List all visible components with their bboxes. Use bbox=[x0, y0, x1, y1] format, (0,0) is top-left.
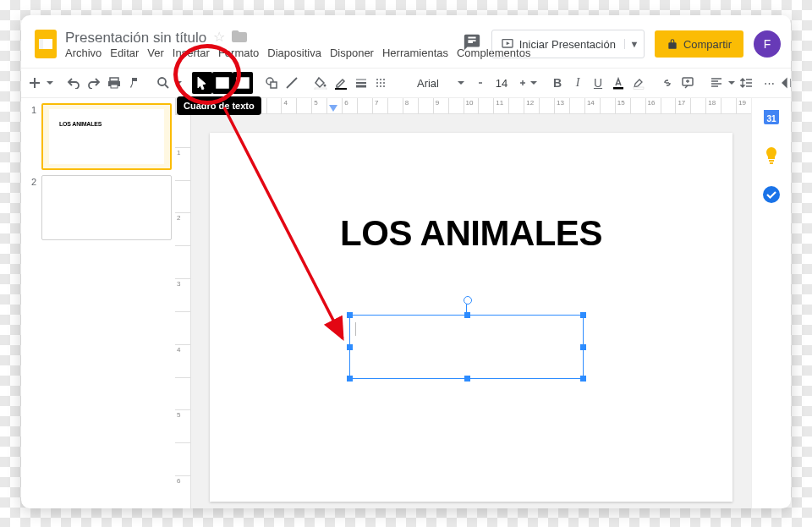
text-box-button[interactable] bbox=[212, 72, 233, 94]
svg-rect-4 bbox=[110, 78, 118, 81]
present-icon bbox=[501, 37, 514, 51]
present-dropdown-icon[interactable]: ▼ bbox=[624, 39, 644, 49]
align-dropdown-icon[interactable] bbox=[727, 72, 737, 94]
svg-rect-15 bbox=[335, 88, 347, 90]
slide-thumbnail-1[interactable]: 1 LOS ANIMALES bbox=[28, 103, 172, 170]
fill-color-button[interactable] bbox=[310, 72, 331, 94]
new-slide-dropdown-icon[interactable] bbox=[45, 72, 55, 94]
lock-icon bbox=[667, 38, 678, 50]
tasks-icon[interactable] bbox=[761, 184, 782, 205]
toolbar: Arial 14 B I U bbox=[21, 68, 791, 98]
svg-rect-9 bbox=[237, 78, 249, 88]
svg-rect-14 bbox=[315, 88, 326, 90]
present-label: Iniciar Presentación bbox=[519, 38, 616, 51]
decrease-font-button[interactable] bbox=[475, 72, 486, 94]
app-logo-icon[interactable] bbox=[30, 28, 62, 60]
svg-rect-22 bbox=[769, 160, 774, 162]
share-label: Compartir bbox=[683, 38, 732, 51]
text-color-button[interactable] bbox=[608, 72, 628, 94]
svg-rect-17 bbox=[634, 87, 644, 90]
text-box-tooltip: Cuadro de texto bbox=[177, 96, 261, 115]
zoom-button[interactable] bbox=[153, 72, 173, 94]
side-panel-rail: 31 bbox=[751, 98, 791, 508]
slide-canvas[interactable]: LOS ANIMALES bbox=[210, 133, 732, 502]
svg-rect-12 bbox=[271, 82, 277, 88]
new-slide-button[interactable] bbox=[25, 72, 45, 94]
app-window: Presentación sin título ☆ Archivo Editar… bbox=[21, 15, 791, 508]
menu-archivo[interactable]: Archivo bbox=[65, 47, 102, 58]
svg-point-24 bbox=[763, 186, 780, 203]
font-size-input[interactable]: 14 bbox=[486, 77, 517, 90]
selected-text-box[interactable] bbox=[349, 315, 584, 379]
resize-handle-tm[interactable] bbox=[464, 312, 470, 318]
svg-rect-16 bbox=[613, 87, 623, 90]
filmstrip: 1 LOS ANIMALES 2 bbox=[21, 98, 175, 508]
menubar: Archivo Editar Ver Insertar Formato Diap… bbox=[65, 47, 463, 58]
folder-icon[interactable] bbox=[232, 30, 247, 45]
slide-title-text[interactable]: LOS ANIMALES bbox=[210, 213, 732, 254]
resize-handle-br[interactable] bbox=[580, 376, 586, 382]
menu-disponer[interactable]: Disponer bbox=[330, 47, 374, 58]
undo-button[interactable] bbox=[63, 72, 84, 94]
svg-rect-2 bbox=[39, 39, 43, 49]
font-name-select[interactable]: Arial bbox=[400, 77, 456, 90]
menu-diapositiva[interactable]: Diapositiva bbox=[267, 47, 321, 58]
border-weight-button[interactable] bbox=[351, 72, 371, 94]
rotate-handle[interactable] bbox=[464, 296, 472, 305]
link-button[interactable] bbox=[657, 72, 678, 94]
increase-font-button[interactable] bbox=[517, 72, 529, 94]
shape-button[interactable] bbox=[261, 72, 282, 94]
svg-point-13 bbox=[324, 85, 326, 87]
slide-thumbnail-2[interactable]: 2 bbox=[28, 175, 172, 240]
star-icon[interactable]: ☆ bbox=[213, 30, 225, 44]
horizontal-ruler[interactable]: 12345678910111213141516171819 bbox=[175, 98, 751, 114]
image-button[interactable] bbox=[233, 72, 253, 94]
account-avatar[interactable]: F bbox=[754, 30, 781, 58]
border-color-button[interactable] bbox=[331, 72, 351, 94]
svg-point-10 bbox=[239, 80, 242, 83]
doc-title[interactable]: Presentación sin título bbox=[65, 30, 206, 45]
italic-button[interactable]: I bbox=[568, 72, 588, 94]
resize-handle-mr[interactable] bbox=[580, 344, 586, 350]
resize-handle-bm[interactable] bbox=[464, 376, 470, 382]
line-button[interactable] bbox=[282, 72, 302, 94]
zoom-dropdown-icon[interactable] bbox=[173, 72, 184, 94]
text-cursor bbox=[355, 322, 356, 336]
resize-handle-bl[interactable] bbox=[347, 376, 353, 382]
add-comment-button[interactable] bbox=[678, 72, 698, 94]
collapse-sidebar-icon[interactable] bbox=[781, 72, 791, 94]
keep-icon[interactable] bbox=[761, 145, 782, 166]
svg-text:31: 31 bbox=[766, 114, 776, 124]
title-row: Presentación sin título ☆ bbox=[65, 30, 463, 45]
menu-herramientas[interactable]: Herramientas bbox=[382, 47, 448, 58]
resize-handle-tl[interactable] bbox=[347, 312, 353, 318]
share-button[interactable]: Compartir bbox=[655, 30, 743, 58]
redo-button[interactable] bbox=[84, 72, 104, 94]
menu-insertar[interactable]: Insertar bbox=[173, 47, 210, 58]
present-button[interactable]: Iniciar Presentación ▼ bbox=[491, 30, 645, 58]
more-button[interactable]: ⋯ bbox=[764, 72, 776, 94]
font-dropdown-icon[interactable] bbox=[456, 72, 466, 94]
highlight-color-button[interactable] bbox=[628, 72, 649, 94]
select-tool-button[interactable] bbox=[192, 72, 212, 94]
resize-handle-ml[interactable] bbox=[347, 344, 353, 350]
align-button[interactable] bbox=[706, 72, 727, 94]
print-button[interactable] bbox=[104, 72, 124, 94]
header-bar: Presentación sin título ☆ Archivo Editar… bbox=[21, 15, 791, 68]
calendar-icon[interactable]: 31 bbox=[761, 107, 782, 127]
svg-rect-23 bbox=[770, 162, 773, 164]
bold-button[interactable]: B bbox=[547, 72, 568, 94]
menu-ver[interactable]: Ver bbox=[147, 47, 164, 58]
underline-button[interactable]: U bbox=[588, 72, 608, 94]
line-spacing-button[interactable] bbox=[737, 72, 757, 94]
resize-handle-tr[interactable] bbox=[580, 312, 586, 318]
paint-format-button[interactable] bbox=[124, 72, 145, 94]
border-dash-button[interactable] bbox=[371, 72, 392, 94]
comments-icon[interactable] bbox=[463, 33, 481, 55]
menu-formato[interactable]: Formato bbox=[218, 47, 259, 58]
font-size-dropdown-icon[interactable] bbox=[529, 72, 539, 94]
svg-rect-6 bbox=[111, 85, 118, 88]
menu-editar[interactable]: Editar bbox=[110, 47, 139, 58]
vertical-ruler[interactable]: 123456 bbox=[175, 114, 191, 508]
svg-point-7 bbox=[158, 78, 166, 85]
